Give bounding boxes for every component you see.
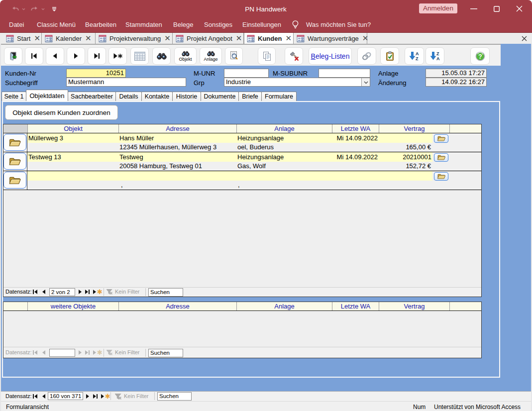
svg-text:Z: Z xyxy=(416,56,419,61)
svg-text:?: ? xyxy=(478,53,482,60)
svg-text:Z: Z xyxy=(436,51,439,56)
svg-text:A: A xyxy=(436,56,440,61)
svg-text:A: A xyxy=(416,51,419,56)
